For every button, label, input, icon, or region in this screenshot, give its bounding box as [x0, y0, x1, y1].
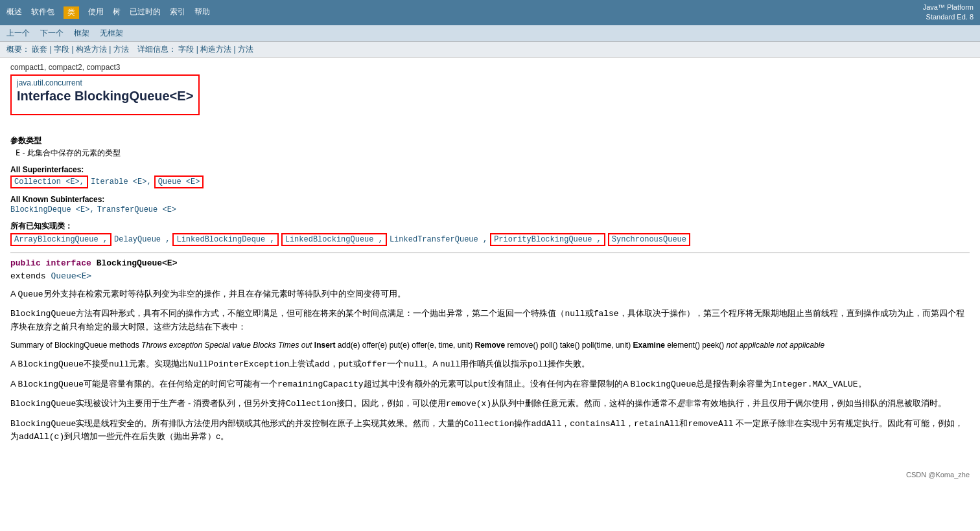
- impl-linkedtransferqueue[interactable]: LinkedTransferQueue ,: [390, 235, 487, 244]
- desc-para-4: A BlockingQueue不接受null元素。实现抛出NullPointer…: [10, 357, 970, 371]
- summary-constructor[interactable]: 构造方法: [76, 45, 107, 54]
- impl-linkedblockingdeque[interactable]: LinkedBlockingDeque ,: [172, 233, 278, 246]
- superinterfaces-section: All Superinterfaces: Collection <E>, Ite…: [10, 165, 970, 188]
- superinterfaces-label: All Superinterfaces:: [10, 165, 970, 174]
- detail-label: 详细信息：: [137, 45, 176, 54]
- nav-tree[interactable]: 树: [113, 6, 121, 19]
- param-section: 参数类型 E - 此集合中保存的元素的类型: [10, 135, 970, 159]
- param-type-label: 参数类型: [10, 135, 970, 146]
- nav-frames[interactable]: 框架: [74, 28, 89, 39]
- summary-field[interactable]: 字段: [54, 45, 69, 54]
- impl-delayqueue[interactable]: DelayQueue ,: [114, 235, 170, 244]
- detail-constructor[interactable]: 构造方法: [200, 45, 231, 54]
- subinterface-blockingdeque[interactable]: BlockingDeque <E>,: [10, 205, 95, 214]
- impl-priorityblockingqueue[interactable]: PriorityBlockingQueue ,: [490, 233, 605, 246]
- subinterfaces-section: All Known Subinterfaces: BlockingDeque <…: [10, 195, 970, 214]
- desc-para-3: Summary of BlockingQueue methods Throws …: [10, 339, 970, 351]
- top-bar: 概述 软件包 类 使用 树 已过时的 索引 帮助 Java™ Platform …: [0, 0, 980, 25]
- footer-text: CSDN @Koma_zhe: [906, 471, 970, 479]
- section-divider: [10, 253, 970, 253]
- nav-prev[interactable]: 上一个: [6, 28, 30, 39]
- brand: Java™ Platform Standard Ed. 8: [923, 3, 974, 23]
- summary-nested[interactable]: 嵌套: [32, 45, 47, 54]
- param-desc: E - 此集合中保存的元素的类型: [16, 148, 970, 159]
- detail-method[interactable]: 方法: [238, 45, 253, 54]
- nav-help[interactable]: 帮助: [194, 6, 210, 19]
- implementing-classes-label: 所有已知实现类：: [10, 221, 970, 232]
- nav-next[interactable]: 下一个: [40, 28, 64, 39]
- subinterface-transferqueue[interactable]: TransferQueue <E>: [97, 205, 176, 214]
- summary-label: 概要：: [6, 45, 30, 54]
- summary-bar: 概要： 嵌套 | 字段 | 构造方法 | 方法 详细信息： 字段 | 构造方法 …: [0, 42, 980, 58]
- desc-para-6: BlockingQueue实现被设计为主要用于生产者 - 消费者队列，但另外支持…: [10, 397, 970, 411]
- impl-linkedblockingqueue[interactable]: LinkedBlockingQueue ,: [281, 233, 387, 246]
- top-nav: 概述 软件包 类 使用 树 已过时的 索引 帮助: [6, 6, 210, 19]
- interface-title: Interface BlockingQueue<E>: [17, 89, 193, 104]
- implementing-classes-list: ArrayBlockingQueue , DelayQueue , Linked…: [10, 233, 970, 246]
- nav-overview[interactable]: 概述: [6, 6, 22, 19]
- nav-class[interactable]: 类: [64, 6, 79, 19]
- nav-index[interactable]: 索引: [170, 6, 185, 19]
- desc-para-7: BlockingQueue实现是线程安全的。所有排队方法使用内部锁或其他形式的并…: [10, 417, 970, 444]
- nav-package[interactable]: 软件包: [31, 6, 54, 19]
- summary-method[interactable]: 方法: [113, 45, 129, 54]
- compact-line: compact1, compact2, compact3: [10, 63, 970, 72]
- package-name[interactable]: java.util.concurrent: [17, 78, 193, 87]
- desc-para-2: BlockingQueue方法有四种形式，具有不同的操作方式，不能立即满足，但可…: [10, 307, 970, 333]
- nav-use[interactable]: 使用: [88, 6, 104, 19]
- implementing-classes-section: 所有已知实现类： ArrayBlockingQueue , DelayQueue…: [10, 221, 970, 246]
- desc-para-1: A Queue另外支持在检索元素时等待队列变为非空的操作，并且在存储元素时等待队…: [10, 288, 970, 301]
- desc-para-5: A BlockingQueue可能是容量有限的。在任何给定的时间它可能有一个re…: [10, 378, 970, 391]
- superinterface-queue[interactable]: Queue <E>: [154, 175, 204, 188]
- interface-decl: public interface BlockingQueue<E>: [10, 258, 970, 268]
- superinterface-collection[interactable]: Collection <E>,: [10, 175, 88, 188]
- superinterfaces-list: Collection <E>, Iterable <E>, Queue <E>: [10, 175, 970, 188]
- subinterfaces-label: All Known Subinterfaces:: [10, 195, 970, 204]
- nav-bar2: 上一个 下一个 框架 无框架: [0, 25, 980, 42]
- nav-noframes[interactable]: 无框架: [100, 28, 123, 39]
- detail-field[interactable]: 字段: [178, 45, 194, 54]
- impl-arrayblockingqueue[interactable]: ArrayBlockingQueue ,: [10, 233, 111, 246]
- main-content: compact1, compact2, compact3 java.util.c…: [0, 58, 980, 455]
- extends-decl: extends Queue<E>: [10, 271, 970, 281]
- impl-synchronousqueue[interactable]: SynchronousQueue: [608, 233, 690, 246]
- nav-deprecated[interactable]: 已过时的: [130, 6, 161, 19]
- superinterface-iterable[interactable]: Iterable <E>,: [91, 177, 152, 186]
- footer: CSDN @Koma_zhe: [0, 468, 980, 481]
- subinterfaces-list: BlockingDeque <E>, TransferQueue <E>: [10, 205, 970, 214]
